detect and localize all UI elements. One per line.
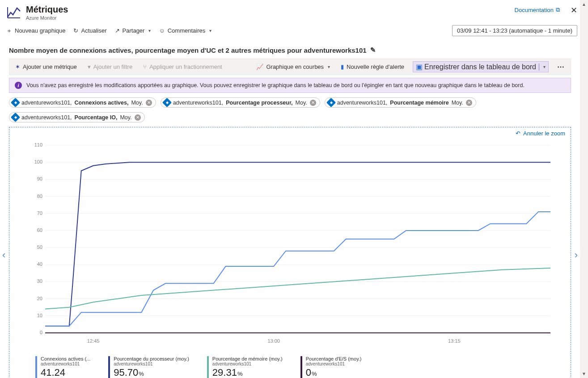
external-link-icon: ⧉ (556, 6, 560, 13)
resource-icon: ◆ (162, 98, 172, 107)
remove-pill-icon[interactable]: ✕ (135, 114, 141, 121)
metric-pill[interactable]: ◆ adventureworks101, Connexions actives,… (9, 97, 156, 108)
resource-icon: ◆ (11, 113, 20, 122)
legend-sub: adventureworks101 (114, 361, 189, 366)
add-filter-button: ▾Ajouter un filtre (85, 62, 135, 71)
line-chart-icon: 📈 (256, 63, 263, 70)
command-bar: ＋Nouveau graphique ↻Actualiser ↗Partager… (0, 23, 588, 40)
svg-text:13:00: 13:00 (267, 338, 280, 344)
alert-icon: ▮ (341, 63, 344, 70)
apply-split-label: Appliquer un fractionnement (149, 63, 222, 70)
svg-text:0: 0 (40, 330, 42, 335)
chart-next-button[interactable]: › (574, 245, 579, 265)
chart-type-dropdown[interactable]: 📈Graphique en courbes▾ (254, 62, 332, 71)
apply-split-button: ⑂Appliquer un fractionnement (141, 62, 224, 71)
legend-color-bar (35, 356, 37, 378)
info-banner: i Vous n'avez pas enregistré les modific… (9, 78, 571, 93)
pin-icon: ▣ (416, 63, 423, 71)
legend-label: Pourcentage de mémoire (moy.) (212, 356, 283, 361)
metric-pill[interactable]: ◆ adventureworks101, Pourcentage mémoire… (325, 97, 476, 108)
chart-type-label: Graphique en courbes (266, 63, 324, 70)
svg-text:40: 40 (37, 261, 42, 267)
undo-icon: ↶ (516, 130, 520, 137)
filter-icon: ▾ (88, 63, 91, 70)
svg-text:90: 90 (37, 176, 42, 181)
documentation-label: Documentation (515, 7, 554, 13)
feedback-label: Commentaires (168, 27, 206, 34)
metrics-icon (6, 4, 21, 21)
info-icon: i (15, 82, 22, 89)
legend-sub: adventureworks101 (41, 361, 90, 366)
pill-agg: Moy. (452, 100, 463, 106)
new-chart-label: Nouveau graphique (15, 27, 65, 34)
new-alert-button[interactable]: ▮Nouvelle règle d'alerte (338, 62, 406, 71)
pill-agg: Moy. (120, 114, 131, 121)
legend-label: Connexions actives (... (41, 356, 90, 361)
metric-pills: ◆ adventureworks101, Connexions actives,… (9, 97, 571, 122)
chart-legend: Connexions actives (... adventureworks10… (35, 356, 566, 378)
resource-icon: ◆ (11, 98, 20, 107)
refresh-icon: ↻ (73, 27, 78, 34)
feedback-button[interactable]: ☺Commentaires▾ (159, 27, 212, 34)
share-icon: ↗ (115, 27, 120, 34)
pill-scope: adventureworks101, (173, 100, 224, 106)
more-menu-button[interactable]: ⋯ (555, 63, 567, 71)
page-header: Métriques Azure Monitor Documentation ⧉ … (0, 0, 588, 23)
legend-sub: adventureworks101 (212, 361, 283, 366)
share-button[interactable]: ↗Partager▾ (115, 27, 151, 34)
pill-metric: Pourcentage processeur, (226, 100, 292, 106)
chart-title: Nombre moyen de connexions actives, pour… (9, 46, 367, 54)
time-range-picker[interactable]: 03/09 12:41 - 13:23 (automatique - 1 min… (452, 25, 577, 36)
metric-pill[interactable]: ◆ adventureworks101, Pourcentage IO, Moy… (9, 112, 145, 122)
plus-icon: ＋ (6, 27, 12, 35)
svg-text:110: 110 (34, 142, 42, 147)
chart-prev-button[interactable]: ‹ (1, 245, 6, 265)
split-icon: ⑂ (143, 63, 147, 70)
undo-zoom-button[interactable]: ↶Annuler le zoom (516, 130, 565, 137)
add-metric-button[interactable]: ✶Ajouter une métrique (13, 62, 79, 71)
edit-title-icon[interactable]: ✎ (370, 46, 376, 54)
chevron-down-icon[interactable]: ▾ (543, 64, 546, 69)
documentation-link[interactable]: Documentation ⧉ (515, 6, 560, 13)
pill-metric: Pourcentage mémoire (390, 100, 448, 106)
undo-zoom-label: Annuler le zoom (523, 130, 565, 137)
svg-text:80: 80 (37, 193, 42, 199)
close-button[interactable]: ✕ (571, 5, 577, 15)
page-title: Métriques (26, 4, 510, 15)
pill-scope: adventureworks101, (337, 100, 388, 106)
remove-pill-icon[interactable]: ✕ (310, 100, 316, 106)
legend-value: 29.31% (212, 367, 283, 378)
chart-title-row: Nombre moyen de connexions actives, pour… (9, 46, 571, 54)
legend-item[interactable]: Pourcentage d'E/S (moy.) adventureworks1… (300, 356, 362, 378)
new-alert-label: Nouvelle règle d'alerte (347, 63, 404, 70)
pill-scope: adventureworks101, (21, 114, 72, 121)
pin-dashboard-button[interactable]: ▣ Enregistrer dans le tableau de bord ▾ (413, 61, 549, 72)
legend-item[interactable]: Pourcentage du processeur (moy.) adventu… (108, 356, 189, 378)
legend-item[interactable]: Connexions actives (... adventureworks10… (35, 356, 90, 378)
pill-metric: Pourcentage IO, (75, 114, 118, 121)
svg-text:70: 70 (37, 210, 42, 216)
add-metric-label: Ajouter une métrique (23, 63, 77, 70)
refresh-label: Actualiser (81, 27, 106, 34)
svg-text:50: 50 (37, 244, 42, 250)
scroll-up-icon[interactable]: ▲ (582, 0, 586, 8)
legend-item[interactable]: Pourcentage de mémoire (moy.) adventurew… (207, 356, 283, 378)
svg-text:30: 30 (37, 278, 42, 284)
vertical-scrollbar[interactable]: ▲ ▼ (580, 0, 588, 378)
legend-value: 41.24 (41, 367, 90, 378)
svg-text:60: 60 (37, 227, 42, 233)
scroll-down-icon[interactable]: ▼ (582, 370, 586, 378)
chart-container: ‹ › ↶Annuler le zoom 0102030405060708090… (9, 127, 571, 378)
new-chart-button[interactable]: ＋Nouveau graphique (6, 27, 65, 35)
metric-pill[interactable]: ◆ adventureworks101, Pourcentage process… (161, 97, 320, 108)
legend-value: 95.70% (114, 367, 189, 378)
chevron-down-icon: ▾ (209, 28, 212, 33)
share-label: Partager (123, 27, 145, 34)
chevron-down-icon: ▾ (328, 64, 330, 69)
pill-scope: adventureworks101, (21, 100, 72, 106)
remove-pill-icon[interactable]: ✕ (466, 100, 472, 106)
legend-value: 0% (306, 367, 362, 378)
line-chart[interactable]: 010203040506070809010011012:4513:0013:15 (32, 136, 555, 351)
remove-pill-icon[interactable]: ✕ (146, 100, 152, 106)
refresh-button[interactable]: ↻Actualiser (73, 27, 106, 34)
